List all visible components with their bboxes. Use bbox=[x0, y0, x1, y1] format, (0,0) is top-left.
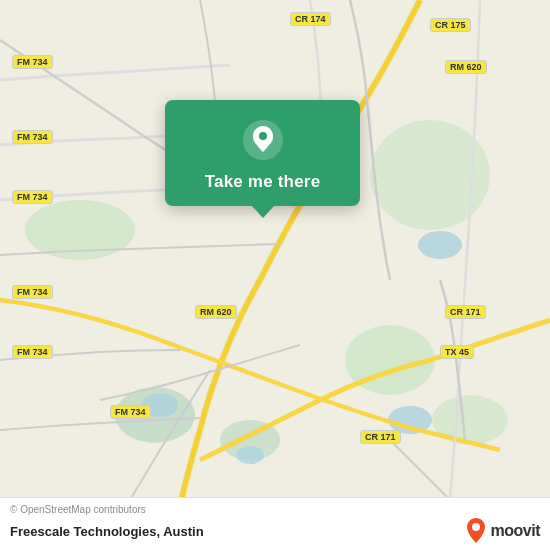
svg-point-9 bbox=[236, 446, 264, 464]
road-label-fm734-2: FM 734 bbox=[12, 130, 53, 144]
location-row: Freescale Technologies, Austin moovit bbox=[10, 517, 540, 545]
bottom-bar: © OpenStreetMap contributors Freescale T… bbox=[0, 497, 550, 550]
moovit-logo: moovit bbox=[465, 517, 540, 545]
road-label-cr174: CR 174 bbox=[290, 12, 331, 26]
road-label-tx45: TX 45 bbox=[440, 345, 474, 359]
road-label-rm620-mid: RM 620 bbox=[195, 305, 237, 319]
road-label-fm734-3: FM 734 bbox=[12, 190, 53, 204]
location-name: Freescale Technologies, Austin bbox=[10, 524, 204, 539]
location-popup[interactable]: Take me there bbox=[165, 100, 360, 206]
take-me-there-label: Take me there bbox=[205, 172, 321, 192]
svg-point-13 bbox=[259, 132, 267, 140]
road-label-cr171-1: CR 171 bbox=[445, 305, 486, 319]
map-container: CR 174 CR 175 RM 620 FM 734 FM 734 FM 73… bbox=[0, 0, 550, 550]
map-roads bbox=[0, 0, 550, 550]
road-label-fm734-5: FM 734 bbox=[12, 345, 53, 359]
svg-point-14 bbox=[472, 523, 480, 531]
road-label-cr171-2: CR 171 bbox=[360, 430, 401, 444]
location-pin-icon bbox=[241, 118, 285, 162]
road-label-cr175: CR 175 bbox=[430, 18, 471, 32]
map-attribution: © OpenStreetMap contributors bbox=[10, 504, 540, 515]
road-label-rm620-top: RM 620 bbox=[445, 60, 487, 74]
road-label-fm734-6: FM 734 bbox=[110, 405, 151, 419]
moovit-pin-icon bbox=[465, 517, 487, 545]
moovit-text: moovit bbox=[491, 522, 540, 540]
svg-point-6 bbox=[418, 231, 462, 259]
road-label-fm734-4: FM 734 bbox=[12, 285, 53, 299]
road-label-fm734-1: FM 734 bbox=[12, 55, 53, 69]
